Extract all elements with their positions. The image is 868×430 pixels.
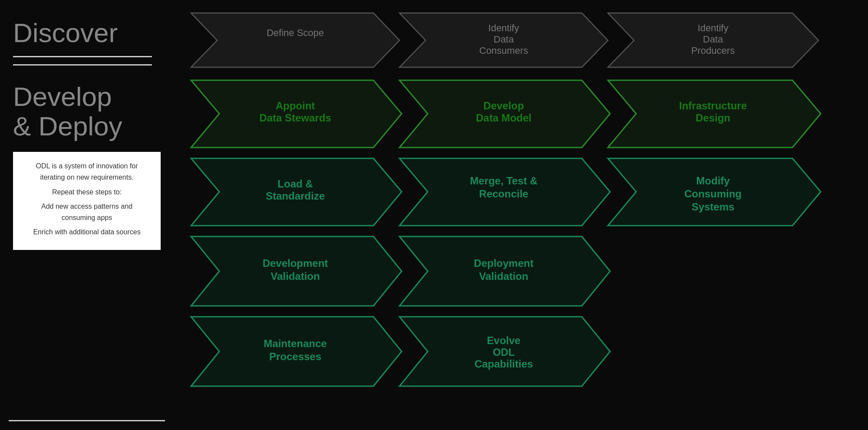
svg-text:Reconcile: Reconcile: [479, 188, 528, 200]
svg-text:Development: Development: [263, 257, 328, 269]
svg-text:Processes: Processes: [269, 351, 321, 362]
info-box: ODL is a system of innovation for iterat…: [13, 152, 161, 250]
bottom-divider: [9, 420, 165, 421]
svg-text:Develop: Develop: [483, 100, 524, 112]
svg-text:Systems: Systems: [692, 201, 735, 213]
svg-text:Producers: Producers: [691, 45, 735, 56]
main-diagram: Define Scope Identify Data Consumers Ide…: [187, 4, 864, 421]
svg-text:Data: Data: [703, 34, 723, 45]
svg-text:Design: Design: [696, 112, 730, 124]
svg-text:Data: Data: [494, 34, 514, 45]
svg-text:Define Scope: Define Scope: [267, 27, 324, 38]
discover-title: Discover: [13, 17, 169, 48]
chevron-maintenance: Maintenance Processes: [191, 317, 402, 386]
svg-text:Evolve: Evolve: [487, 335, 520, 346]
svg-text:Maintenance: Maintenance: [264, 338, 327, 349]
info-line-2: Repeat these steps to:: [24, 187, 150, 198]
svg-text:Infrastructure: Infrastructure: [679, 100, 747, 112]
svg-text:Consumers: Consumers: [479, 45, 528, 56]
svg-text:Data Model: Data Model: [476, 112, 531, 124]
info-line-1: ODL is a system of innovation for iterat…: [24, 161, 150, 183]
chevron-dev-validation: Development Validation: [191, 236, 402, 306]
svg-text:ODL: ODL: [493, 346, 515, 358]
svg-text:Identify: Identify: [488, 23, 519, 33]
svg-text:Standardize: Standardize: [266, 190, 325, 202]
svg-text:Validation: Validation: [271, 270, 320, 282]
chevron-appoint-stewards: Appoint Data Stewards: [191, 80, 402, 148]
chevron-identify-producers: Identify Data Producers: [608, 13, 818, 67]
chevron-merge-test-reconcile: Merge, Test & Reconcile: [399, 158, 610, 226]
info-line-3: Add new access patterns and consuming ap…: [24, 201, 150, 223]
chevron-infrastructure-design: Infrastructure Design: [608, 80, 821, 148]
svg-text:Appoint: Appoint: [276, 100, 315, 112]
svg-text:Deployment: Deployment: [474, 257, 533, 269]
svg-marker-0: [191, 13, 399, 67]
chevron-develop-data-model: Develop Data Model: [399, 80, 610, 148]
chevron-define-scope: Define Scope: [191, 13, 399, 67]
divider-1: [13, 56, 152, 57]
chevron-modify-consuming: Modify Consuming Systems: [608, 158, 821, 226]
svg-text:Data Stewards: Data Stewards: [259, 112, 331, 124]
svg-text:Merge, Test &: Merge, Test &: [470, 175, 538, 187]
svg-text:Load &: Load &: [277, 178, 313, 190]
svg-text:Validation: Validation: [479, 270, 528, 282]
svg-text:Capabilities: Capabilities: [475, 358, 533, 370]
diagram-area: Define Scope Identify Data Consumers Ide…: [187, 4, 864, 423]
chevron-deploy-validation: Deployment Validation: [399, 236, 610, 306]
svg-text:Consuming: Consuming: [684, 188, 742, 200]
svg-text:Identify: Identify: [698, 23, 729, 33]
develop-title: Develop& Deploy: [13, 82, 169, 141]
svg-text:Modify: Modify: [696, 175, 730, 187]
left-panel: Discover Develop& Deploy ODL is a system…: [0, 0, 182, 430]
divider-2: [13, 64, 152, 66]
chevron-evolve-odl: Evolve ODL Capabilities: [399, 317, 610, 386]
info-line-4: Enrich with additional data sources: [24, 226, 150, 238]
chevron-load-standardize: Load & Standardize: [191, 158, 402, 226]
chevron-identify-consumers: Identify Data Consumers: [399, 13, 608, 67]
